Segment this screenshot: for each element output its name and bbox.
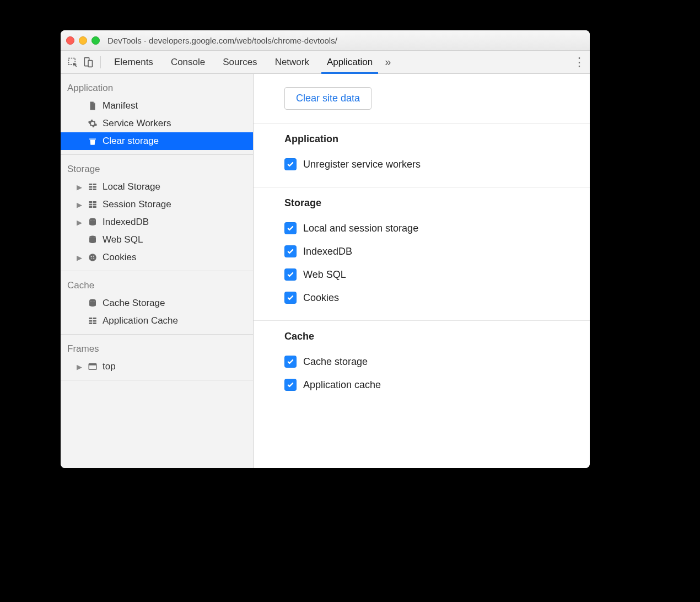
disclosure-triangle-icon[interactable]: ▶ xyxy=(76,201,83,209)
db-icon xyxy=(87,298,98,309)
checkbox-label: Local and session storage xyxy=(303,223,418,234)
sidebar-item-label: Web SQL xyxy=(103,234,143,245)
sidebar-item-cache-storage[interactable]: ▶Cache Storage xyxy=(61,294,253,312)
checkbox-label: IndexedDB xyxy=(303,246,352,257)
sidebar-item-cookies[interactable]: ▶Cookies xyxy=(61,249,253,266)
sidebar-item-label: IndexedDB xyxy=(103,217,149,228)
clear-storage-panel: Clear site data ApplicationUnregister se… xyxy=(254,74,590,468)
checkbox-row[interactable]: Cache storage xyxy=(284,350,590,373)
checkbox-checked[interactable] xyxy=(284,268,297,281)
checkbox-row[interactable]: Unregister service workers xyxy=(284,153,590,176)
checkbox-row[interactable]: Cookies xyxy=(284,286,590,309)
checkbox-checked[interactable] xyxy=(284,245,297,257)
checkbox-checked[interactable] xyxy=(284,222,297,234)
checkbox-checked[interactable] xyxy=(284,379,297,391)
checkbox-row[interactable]: Local and session storage xyxy=(284,217,590,240)
group-title: Application xyxy=(284,133,590,145)
checkbox-label: Cookies xyxy=(303,292,339,304)
close-window-button[interactable] xyxy=(66,36,74,45)
grid-icon xyxy=(87,315,98,326)
traffic-lights xyxy=(66,36,100,45)
checkbox-row[interactable]: IndexedDB xyxy=(284,240,590,263)
frame-icon xyxy=(87,361,98,372)
sidebar-item-local-storage[interactable]: ▶Local Storage xyxy=(61,178,253,196)
disclosure-triangle-icon[interactable]: ▶ xyxy=(76,254,83,262)
sidebar-item-manifest[interactable]: ▶Manifest xyxy=(61,97,253,115)
overflow-tabs-icon[interactable]: » xyxy=(385,56,391,68)
clear-site-data-button[interactable]: Clear site data xyxy=(284,87,371,110)
sidebar-item-top[interactable]: ▶top xyxy=(61,358,253,375)
sidebar-item-indexeddb[interactable]: ▶IndexedDB xyxy=(61,213,253,231)
sidebar-item-label: Session Storage xyxy=(103,199,171,210)
select-element-icon[interactable] xyxy=(65,55,80,70)
sidebar-item-label: Cookies xyxy=(103,252,136,263)
tab-console[interactable]: Console xyxy=(162,51,214,73)
checkbox-label: Cache storage xyxy=(303,356,368,368)
db-icon xyxy=(87,234,98,245)
sidebar-item-label: top xyxy=(103,361,116,372)
tab-elements[interactable]: Elements xyxy=(105,51,162,73)
grid-icon xyxy=(87,199,98,210)
checkbox-checked[interactable] xyxy=(284,356,297,368)
sidebar-item-web-sql[interactable]: ▶Web SQL xyxy=(61,231,253,249)
window-title: DevTools - developers.google.com/web/too… xyxy=(107,36,337,45)
disclosure-triangle-icon[interactable]: ▶ xyxy=(76,183,83,191)
devtools-toolbar: ElementsConsoleSourcesNetworkApplication… xyxy=(61,51,590,74)
sidebar-item-service-workers[interactable]: ▶Service Workers xyxy=(61,115,253,132)
trash-icon xyxy=(87,136,98,147)
disclosure-triangle-icon[interactable]: ▶ xyxy=(76,218,83,227)
group-title: Storage xyxy=(284,197,590,209)
disclosure-triangle-icon[interactable]: ▶ xyxy=(76,363,83,371)
window-titlebar: DevTools - developers.google.com/web/too… xyxy=(61,30,590,51)
sidebar-section-title: Cache xyxy=(61,275,253,294)
sidebar-item-label: Cache Storage xyxy=(103,298,165,309)
sidebar-item-label: Application Cache xyxy=(103,315,178,326)
grid-icon xyxy=(87,181,98,192)
tab-sources[interactable]: Sources xyxy=(214,51,266,73)
panel-tabs: ElementsConsoleSourcesNetworkApplication xyxy=(105,51,381,73)
sidebar-item-session-storage[interactable]: ▶Session Storage xyxy=(61,196,253,213)
clear-site-data-block: Clear site data xyxy=(254,74,590,123)
application-sidebar: Application▶Manifest▶Service Workers▶Cle… xyxy=(61,74,254,468)
toolbar-divider xyxy=(100,56,101,68)
file-icon xyxy=(87,100,98,111)
group-title: Cache xyxy=(284,331,590,342)
checkbox-checked[interactable] xyxy=(284,292,297,304)
tab-network[interactable]: Network xyxy=(266,51,318,73)
checkbox-label: Unregister service workers xyxy=(303,159,421,170)
checkbox-row[interactable]: Web SQL xyxy=(284,263,590,286)
zoom-window-button[interactable] xyxy=(91,36,100,45)
sidebar-item-label: Local Storage xyxy=(103,181,160,192)
checkbox-row[interactable]: Application cache xyxy=(284,373,590,396)
sidebar-section-title: Storage xyxy=(61,158,253,178)
sidebar-item-application-cache[interactable]: ▶Application Cache xyxy=(61,312,253,330)
gear-icon xyxy=(87,118,98,129)
sidebar-item-label: Service Workers xyxy=(103,118,171,129)
checkbox-label: Web SQL xyxy=(303,269,346,281)
cookie-icon xyxy=(87,252,98,263)
sidebar-item-clear-storage[interactable]: ▶Clear storage xyxy=(61,132,253,150)
checkbox-label: Application cache xyxy=(303,379,381,391)
tab-application[interactable]: Application xyxy=(318,51,381,73)
sidebar-section-title: Application xyxy=(61,77,253,97)
devtools-window: DevTools - developers.google.com/web/too… xyxy=(61,30,590,468)
settings-group-application: ApplicationUnregister service workers xyxy=(254,123,590,187)
minimize-window-button[interactable] xyxy=(79,36,87,45)
db-icon xyxy=(87,217,98,228)
sidebar-item-label: Manifest xyxy=(103,100,138,111)
device-toggle-icon[interactable] xyxy=(80,55,96,70)
settings-group-cache: CacheCache storageApplication cache xyxy=(254,321,590,407)
sidebar-item-label: Clear storage xyxy=(103,136,159,147)
settings-group-storage: StorageLocal and session storageIndexedD… xyxy=(254,187,590,321)
checkbox-checked[interactable] xyxy=(284,158,297,170)
sidebar-section-title: Frames xyxy=(61,338,253,358)
